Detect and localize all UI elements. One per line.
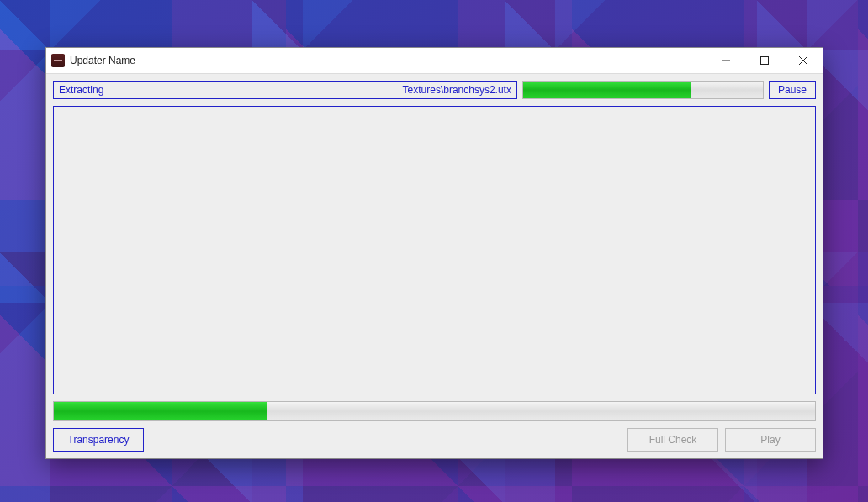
pause-button[interactable]: Pause	[769, 81, 816, 99]
window-title: Updater Name	[70, 55, 135, 66]
close-button[interactable]	[784, 48, 823, 73]
titlebar[interactable]: Updater Name	[46, 48, 823, 74]
current-file-label: Textures\branchsys2.utx	[103, 84, 511, 96]
minimize-button[interactable]	[707, 48, 745, 73]
file-progress-fill	[523, 82, 691, 98]
status-label: Extracting	[59, 84, 103, 96]
transparency-button[interactable]: Transparency	[53, 428, 144, 452]
updater-window: Updater Name Extracting Textures\branchs…	[45, 47, 823, 459]
overall-progress-bar	[53, 401, 816, 421]
log-area	[53, 106, 816, 394]
svg-rect-1	[761, 57, 769, 65]
maximize-button[interactable]	[745, 48, 784, 73]
button-row: Transparency Full Check Play	[53, 428, 816, 452]
app-icon	[51, 54, 65, 67]
client-area: Extracting Textures\branchsys2.utx Pause…	[46, 74, 823, 458]
full-check-button[interactable]: Full Check	[627, 428, 718, 452]
play-button[interactable]: Play	[725, 428, 816, 452]
file-progress-bar	[522, 81, 764, 99]
status-box: Extracting Textures\branchsys2.utx	[53, 81, 517, 99]
overall-progress-fill	[54, 402, 267, 420]
status-row: Extracting Textures\branchsys2.utx Pause	[53, 81, 816, 99]
